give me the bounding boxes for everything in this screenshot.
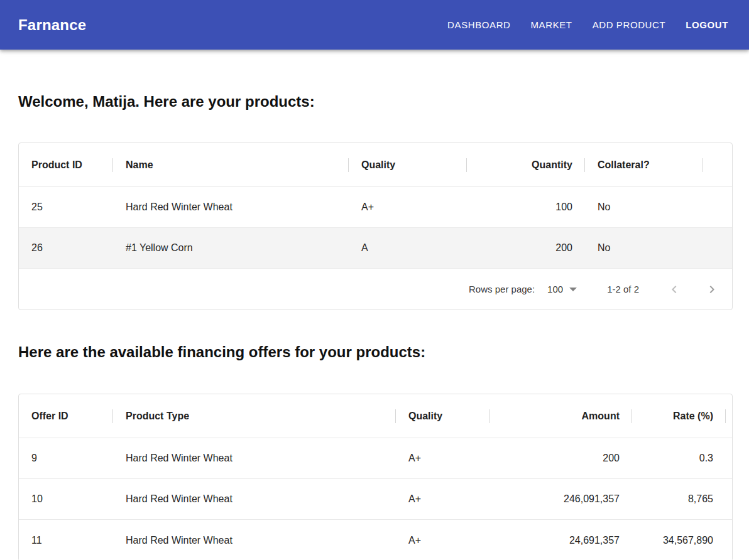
table-cell: 25: [19, 202, 113, 213]
column-header-label: Rate (%): [673, 411, 713, 422]
column-header-label: Collateral?: [598, 159, 650, 171]
table-row[interactable]: 9 Hard Red Winter Wheat A+ 200 0.3: [19, 438, 732, 479]
table-cell: 9: [19, 453, 113, 464]
table-cell: 26: [19, 242, 113, 254]
table-cell: A: [349, 242, 467, 254]
table-cell: Hard Red Winter Wheat: [113, 493, 396, 505]
table-cell: 10: [19, 493, 113, 505]
column-header-collateral[interactable]: Collateral?: [585, 143, 703, 186]
table-row[interactable]: 25 Hard Red Winter Wheat A+ 100 No: [19, 187, 732, 228]
rows-per-page-select[interactable]: 100: [547, 284, 577, 294]
chevron-left-icon: [667, 282, 682, 297]
table-pagination: Rows per page: 100 1-2 of 2: [19, 269, 732, 310]
products-heading: Welcome, Matija. Here are your products:: [18, 93, 733, 110]
column-header-label: Product Type: [126, 411, 189, 422]
column-header-amount[interactable]: Amount: [490, 394, 632, 438]
table-row[interactable]: 11 Hard Red Winter Wheat A+ 24,691,357 3…: [19, 520, 732, 560]
table-cell: A+: [396, 493, 490, 505]
table-cell: 246,091,357: [490, 493, 632, 505]
page-content: Welcome, Matija. Here are your products:…: [0, 93, 749, 560]
app-bar: Farnance DASHBOARD MARKET ADD PRODUCT LO…: [0, 0, 749, 50]
products-table-header-row: Product ID Name Quality Quantity Collate…: [19, 143, 732, 187]
nav-item-add-product[interactable]: ADD PRODUCT: [593, 19, 666, 30]
chevron-right-icon: [704, 282, 719, 297]
table-cell: 24,691,357: [490, 535, 632, 546]
arrow-drop-down-icon: [569, 288, 577, 291]
column-header-quality[interactable]: Quality: [396, 394, 490, 438]
offers-heading: Here are the available financing offers …: [18, 343, 733, 361]
pagination-range-label: 1-2 of 2: [607, 284, 639, 294]
main-nav: DASHBOARD MARKET ADD PRODUCT LOGOUT: [447, 19, 728, 30]
table-cell: A+: [349, 202, 467, 213]
table-row[interactable]: 10 Hard Red Winter Wheat A+ 246,091,357 …: [19, 479, 732, 520]
column-header-label: Quantity: [532, 159, 572, 171]
column-header-label: Quality: [361, 159, 395, 171]
offers-table-header-row: Offer ID Product Type Quality Amount Rat…: [19, 394, 732, 438]
column-header-product-type[interactable]: Product Type: [113, 394, 396, 438]
rows-per-page-value: 100: [547, 284, 563, 294]
brand-title[interactable]: Farnance: [18, 16, 86, 34]
next-page-button[interactable]: [704, 282, 719, 297]
table-row[interactable]: 26 #1 Yellow Corn A 200 No: [19, 228, 732, 269]
table-cell: Hard Red Winter Wheat: [113, 202, 349, 213]
column-header-filler: [726, 394, 733, 438]
column-header-label: Amount: [582, 411, 620, 422]
table-cell: Hard Red Winter Wheat: [113, 453, 396, 464]
previous-page-button[interactable]: [667, 282, 682, 297]
column-header-label: Product ID: [31, 159, 82, 171]
table-cell: 100: [467, 202, 585, 213]
column-header-label: Offer ID: [31, 411, 68, 422]
table-cell: 200: [490, 453, 632, 464]
nav-item-dashboard[interactable]: DASHBOARD: [447, 19, 510, 30]
column-header-filler: [703, 143, 732, 186]
column-header-product-id[interactable]: Product ID: [19, 143, 113, 186]
table-cell: 11: [19, 535, 113, 546]
nav-item-market[interactable]: MARKET: [531, 19, 572, 30]
products-table: Product ID Name Quality Quantity Collate…: [18, 143, 733, 310]
offers-table: Offer ID Product Type Quality Amount Rat…: [18, 394, 733, 560]
table-cell: #1 Yellow Corn: [113, 242, 349, 254]
table-cell: No: [585, 242, 703, 254]
column-header-quantity[interactable]: Quantity: [467, 143, 585, 186]
column-header-label: Name: [126, 159, 153, 171]
table-cell: 0.3: [632, 453, 726, 464]
table-cell: No: [585, 202, 703, 213]
column-header-name[interactable]: Name: [113, 143, 349, 186]
table-cell: A+: [396, 535, 490, 546]
column-header-offer-id[interactable]: Offer ID: [19, 394, 113, 438]
table-cell: 8,765: [632, 493, 726, 505]
table-cell: A+: [396, 453, 490, 464]
column-header-label: Quality: [408, 411, 442, 422]
column-header-quality[interactable]: Quality: [349, 143, 467, 186]
rows-per-page-label: Rows per page:: [469, 284, 535, 294]
table-cell: 34,567,890: [632, 535, 726, 546]
nav-item-logout[interactable]: LOGOUT: [686, 19, 728, 30]
table-cell: Hard Red Winter Wheat: [113, 535, 396, 546]
table-cell: 200: [467, 242, 585, 254]
column-header-rate[interactable]: Rate (%): [632, 394, 726, 438]
